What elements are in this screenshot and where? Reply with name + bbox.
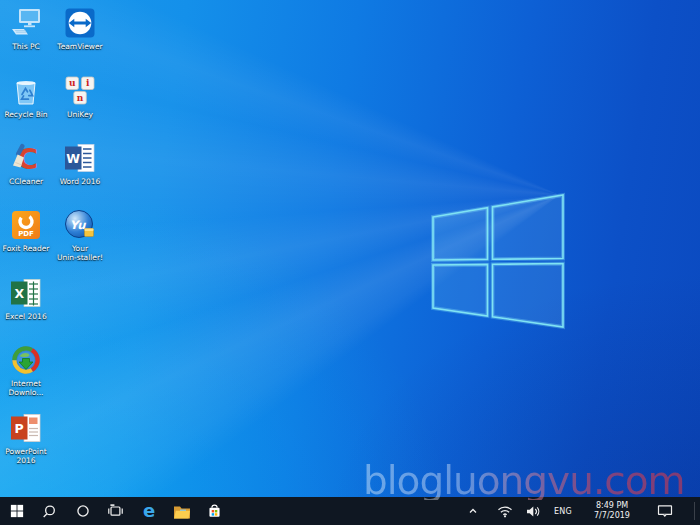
excel-icon: X (9, 276, 43, 310)
svg-text:Yu: Yu (70, 218, 86, 232)
svg-text:P: P (15, 421, 24, 436)
svg-text:W: W (66, 151, 80, 166)
svg-text:u: u (69, 78, 76, 88)
svg-text:e: e (142, 501, 154, 521)
clock-time: 8:49 PM (596, 501, 628, 511)
desktop-icon-unikey[interactable]: u i n UniKey (54, 74, 106, 119)
svg-text:X: X (14, 286, 24, 301)
desktop-icon-word-2016[interactable]: W Word 2016 (54, 141, 106, 186)
desktop-icon-ccleaner[interactable]: C CCleaner (0, 141, 52, 186)
wifi-icon (497, 505, 513, 518)
store-button[interactable] (198, 497, 231, 525)
speaker-icon (525, 505, 541, 518)
clock[interactable]: 8:49 PM 7/7/2019 (584, 497, 640, 525)
search-icon (42, 504, 57, 519)
word-icon: W (63, 141, 97, 175)
system-tray: ENG 8:49 PM 7/7/2019 (458, 497, 700, 525)
task-view-icon (108, 504, 123, 518)
task-view-button[interactable] (99, 497, 132, 525)
store-bag-icon (207, 504, 222, 519)
recycle-bin-icon (9, 74, 43, 108)
desktop-icon-teamviewer[interactable]: TeamViewer (54, 6, 106, 51)
svg-text:PDF: PDF (18, 230, 34, 238)
desktop-icon-internet-download-manager[interactable]: Internet Downlo... (0, 343, 52, 397)
action-center-icon (657, 504, 673, 518)
cortana-circle-icon (76, 504, 90, 518)
desktop-icon-label-line2: Unin-staller! (52, 253, 108, 262)
desktop-icon-label: PowerPoint (0, 447, 54, 456)
edge-icon: e (139, 501, 159, 521)
svg-text:i: i (86, 78, 90, 88)
desktop-icon-this-pc[interactable]: This PC (0, 6, 52, 51)
edge-button[interactable]: e (132, 497, 165, 525)
desktop-icon-label: Recycle Bin (0, 110, 54, 119)
this-pc-icon (9, 6, 43, 40)
desktop-icon-recycle-bin[interactable]: Recycle Bin (0, 74, 52, 119)
powerpoint-icon: P (9, 411, 43, 445)
foxit-reader-icon: PDF (9, 208, 43, 242)
windows-desktop: This PC TeamViewer Recycle Bin (0, 0, 700, 525)
idm-icon (9, 343, 43, 377)
unikey-icon: u i n (63, 74, 97, 108)
taskbar-buttons: e (0, 497, 231, 525)
desktop-icon-label-line2: 2016 (0, 456, 54, 465)
desktop-icon-label: Internet (0, 379, 54, 388)
network-button[interactable] (496, 497, 514, 525)
volume-button[interactable] (524, 497, 542, 525)
desktop-icon-label: UniKey (52, 110, 108, 119)
teamviewer-icon (63, 6, 97, 40)
desktop-icon-label: Your (52, 244, 108, 253)
your-uninstaller-icon: Yu (63, 208, 97, 242)
show-desktop-divider[interactable] (694, 502, 695, 520)
chevron-up-icon (467, 505, 479, 517)
language-indicator[interactable]: ENG (549, 497, 577, 525)
ccleaner-icon: C (9, 141, 43, 175)
desktop-icon-label: Foxit Reader (0, 244, 54, 253)
desktop-icon-excel-2016[interactable]: X Excel 2016 (0, 276, 52, 321)
file-explorer-button[interactable] (165, 497, 198, 525)
desktop-icon-label-line2: Downlo... (0, 388, 54, 397)
start-button[interactable] (0, 497, 33, 525)
desktop-icon-foxit-reader[interactable]: PDF Foxit Reader (0, 208, 52, 253)
desktop-icon-label: This PC (0, 42, 54, 51)
svg-text:n: n (77, 93, 84, 103)
desktop-icon-label: CCleaner (0, 177, 54, 186)
desktop-icon-label: Excel 2016 (0, 312, 54, 321)
desktop-icon-your-uninstaller[interactable]: Yu Your Unin-staller! (54, 208, 106, 262)
folder-icon (173, 504, 191, 519)
desktop-icon-label: TeamViewer (52, 42, 108, 51)
hidden-icons-button[interactable] (465, 497, 481, 525)
desktop-icon-label: Word 2016 (52, 177, 108, 186)
clock-date: 7/7/2019 (594, 511, 630, 521)
windows-logo-icon (10, 504, 24, 518)
taskbar: e (0, 497, 700, 525)
action-center-button[interactable] (655, 497, 675, 525)
desktop-icon-powerpoint-2016[interactable]: P PowerPoint 2016 (0, 411, 52, 465)
cortana-button[interactable] (66, 497, 99, 525)
search-button[interactable] (33, 497, 66, 525)
